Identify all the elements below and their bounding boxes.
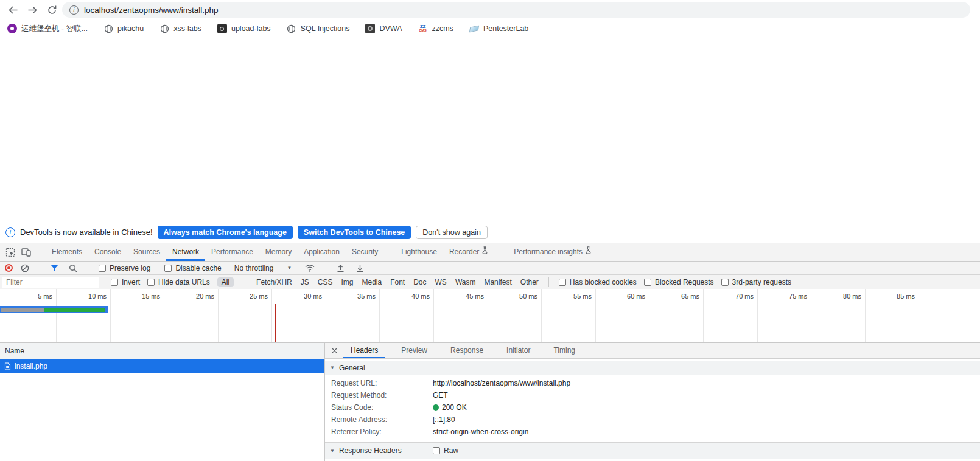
globe-icon <box>103 24 113 33</box>
device-toolbar-icon[interactable] <box>18 244 34 260</box>
tab-recorder[interactable]: Recorder <box>443 243 494 261</box>
forward-icon[interactable] <box>26 3 39 16</box>
zzcms-logo-icon: ZZ CMS <box>418 24 428 33</box>
bookmark-pikachu[interactable]: pikachu <box>103 24 144 33</box>
details-tabbar: Headers Preview Response Initiator Timin… <box>325 343 980 359</box>
gridline <box>488 289 488 342</box>
ruler-tick-label: 35 ms <box>339 293 376 300</box>
third-party-requests-checkbox[interactable]: 3rd-party requests <box>721 278 791 286</box>
has-blocked-cookies-checkbox[interactable]: Has blocked cookies <box>559 278 637 286</box>
checkbox[interactable] <box>644 279 651 286</box>
tab-performance-insights[interactable]: Performance insights <box>508 243 598 261</box>
filter-type-manifest[interactable]: Manifest <box>484 278 511 286</box>
filter-input[interactable] <box>2 277 99 288</box>
request-waterfall-bar-waiting <box>1 308 44 312</box>
gridline <box>218 289 219 342</box>
tab-security[interactable]: Security <box>346 243 384 261</box>
gridline <box>271 289 272 342</box>
filter-type-js[interactable]: JS <box>301 278 309 286</box>
gridline <box>326 289 326 342</box>
filter-type-all[interactable]: All <box>217 277 234 287</box>
tab-performance[interactable]: Performance <box>205 243 259 261</box>
bookmark-dvwa[interactable]: DVWA <box>365 24 402 33</box>
import-har-icon[interactable] <box>337 264 345 272</box>
filter-type-ws[interactable]: WS <box>435 278 447 286</box>
checkbox[interactable] <box>99 265 106 272</box>
filter-type-other[interactable]: Other <box>520 278 539 286</box>
ruler-tick-label: 55 ms <box>555 293 592 300</box>
gridline <box>919 289 919 342</box>
checkbox[interactable] <box>164 265 172 272</box>
banner-message: DevTools is now available in Chinese! <box>20 227 153 237</box>
filter-type-doc[interactable]: Doc <box>413 278 426 286</box>
bookmark-upload-labs[interactable]: upload-labs <box>217 24 271 33</box>
tab-response[interactable]: Response <box>443 343 491 358</box>
general-section-header[interactable]: ▼ General <box>325 361 980 375</box>
bookmark-sql-injections[interactable]: SQL Injections <box>287 24 350 33</box>
gridline <box>433 289 434 342</box>
tab-initiator[interactable]: Initiator <box>499 343 537 358</box>
tab-sources[interactable]: Sources <box>127 243 166 261</box>
gridline <box>757 289 758 342</box>
tab-console[interactable]: Console <box>88 243 127 261</box>
blocked-requests-checkbox[interactable]: Blocked Requests <box>644 278 714 286</box>
inspect-element-icon[interactable] <box>2 244 18 260</box>
filter-type-media[interactable]: Media <box>362 278 382 286</box>
checkbox[interactable] <box>111 279 118 286</box>
clear-network-log-icon[interactable] <box>21 264 29 272</box>
divider <box>326 263 326 273</box>
filter-type-wasm[interactable]: Wasm <box>455 278 476 286</box>
tab-preview[interactable]: Preview <box>394 343 435 358</box>
bookmark-zzcms[interactable]: ZZ CMS zzcms <box>418 24 453 33</box>
reload-icon[interactable] <box>45 3 58 16</box>
filter-type-img[interactable]: Img <box>341 278 353 286</box>
collapse-triangle-icon: ▼ <box>330 365 335 370</box>
tab-headers[interactable]: Headers <box>343 343 385 358</box>
checkbox[interactable] <box>147 279 155 286</box>
address-bar[interactable]: i localhost/zentaopms/www/install.php <box>62 2 970 18</box>
invert-checkbox[interactable]: Invert <box>111 278 140 286</box>
filter-type-fetch-xhr[interactable]: Fetch/XHR <box>256 278 292 286</box>
tab-lighthouse[interactable]: Lighthouse <box>395 243 443 261</box>
tab-network[interactable]: Network <box>166 243 205 261</box>
collapse-triangle-icon: ▼ <box>330 448 335 454</box>
divider <box>88 263 88 273</box>
network-overview-timeline[interactable]: 5 ms 10 ms 15 ms 20 ms 25 ms 30 ms 35 ms… <box>0 289 980 342</box>
back-icon[interactable] <box>6 3 19 16</box>
switch-chinese-button[interactable]: Switch DevTools to Chinese <box>298 226 411 239</box>
ruler-tick-label: 40 ms <box>393 293 430 300</box>
bookmark-pentesterlab[interactable]: PentesterLab <box>469 24 528 33</box>
checkbox[interactable] <box>559 279 566 286</box>
disable-cache-checkbox[interactable]: Disable cache <box>164 264 221 272</box>
column-header-name[interactable]: Name <box>0 343 324 359</box>
preserve-log-checkbox[interactable]: Preserve log <box>99 264 150 272</box>
close-icon[interactable] <box>325 343 343 359</box>
tab-memory[interactable]: Memory <box>259 243 298 261</box>
tab-elements[interactable]: Elements <box>46 243 88 261</box>
record-network-log-icon[interactable] <box>5 264 13 272</box>
divider <box>40 263 40 273</box>
hide-data-urls-checkbox[interactable]: Hide data URLs <box>147 278 210 286</box>
general-row-status-code: Status Code: 200 OK <box>325 401 980 414</box>
dont-show-again-button[interactable]: Don't show again <box>416 226 488 239</box>
network-conditions-icon[interactable] <box>304 264 315 272</box>
search-icon[interactable] <box>69 264 77 272</box>
tab-timing[interactable]: Timing <box>546 343 583 358</box>
checkbox[interactable] <box>433 447 440 454</box>
raw-checkbox[interactable]: Raw <box>433 446 458 455</box>
filter-type-font[interactable]: Font <box>390 278 405 286</box>
gridline <box>541 289 542 342</box>
filter-funnel-icon[interactable] <box>51 265 58 272</box>
checkbox[interactable] <box>721 279 729 286</box>
throttling-dropdown[interactable]: No throttling ▼ <box>234 264 292 272</box>
bookmark-xss-labs[interactable]: xss-labs <box>159 24 201 33</box>
filter-type-css[interactable]: CSS <box>318 278 333 286</box>
bookmark-yunwei[interactable]: 运维堡垒机 - 智联... <box>7 24 88 34</box>
ruler-tick-label: 75 ms <box>771 293 807 300</box>
response-headers-section-header[interactable]: ▼ Response Headers Raw <box>325 442 980 459</box>
page-info-icon[interactable]: i <box>69 5 79 15</box>
request-row-install-php[interactable]: install.php <box>0 359 324 373</box>
tab-application[interactable]: Application <box>298 243 346 261</box>
export-har-icon[interactable] <box>356 264 364 272</box>
match-language-button[interactable]: Always match Chrome's language <box>158 226 293 239</box>
